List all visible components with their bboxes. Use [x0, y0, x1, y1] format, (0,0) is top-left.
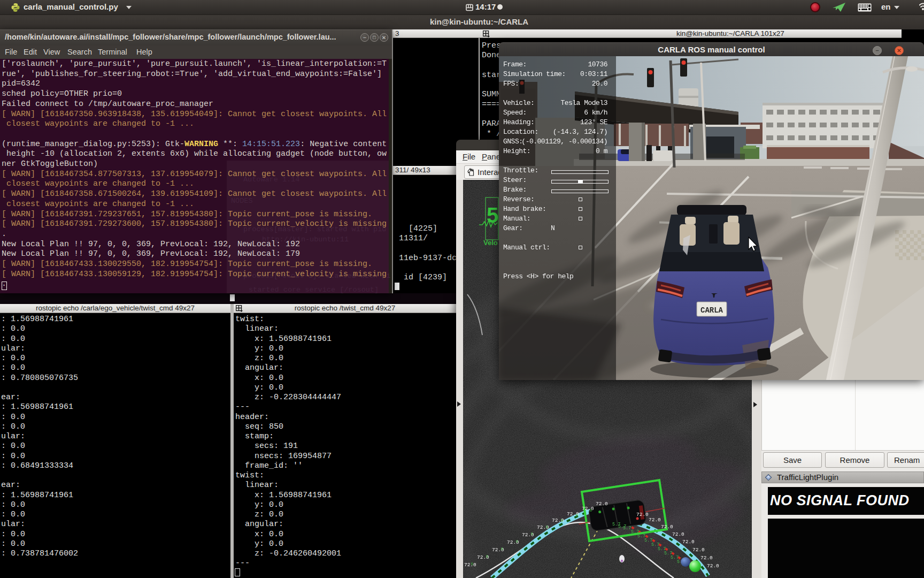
svg-text:s: s: [575, 513, 578, 518]
svg-text:72.0: 72.0: [649, 517, 661, 523]
svg-text:72.0: 72.0: [692, 547, 705, 553]
svg-text:72.0: 72.0: [582, 506, 594, 512]
svg-text:72.0: 72.0: [707, 563, 719, 569]
svg-text:s: s: [471, 561, 473, 567]
svg-text:72.0: 72.0: [596, 501, 608, 507]
svg-text:s: s: [530, 531, 533, 537]
svg-text:s: s: [500, 546, 503, 552]
svg-text:s: s: [515, 539, 518, 544]
svg-text:s: s: [486, 554, 488, 559]
svg-text:72.0: 72.0: [700, 555, 713, 561]
svg-text:Velo: Velo: [483, 239, 498, 247]
svg-text:72.0: 72.0: [636, 512, 649, 518]
svg-text:5.7: 5.7: [623, 526, 631, 531]
svg-text:s: s: [545, 524, 548, 530]
svg-text:s: s: [589, 508, 592, 513]
svg-text:72.0: 72.0: [682, 539, 695, 545]
svg-text:s: s: [560, 518, 563, 523]
svg-text:72.0: 72.0: [661, 524, 673, 530]
svg-text:CARLA: CARLA: [700, 306, 723, 315]
svg-text:72.0: 72.0: [672, 531, 684, 537]
